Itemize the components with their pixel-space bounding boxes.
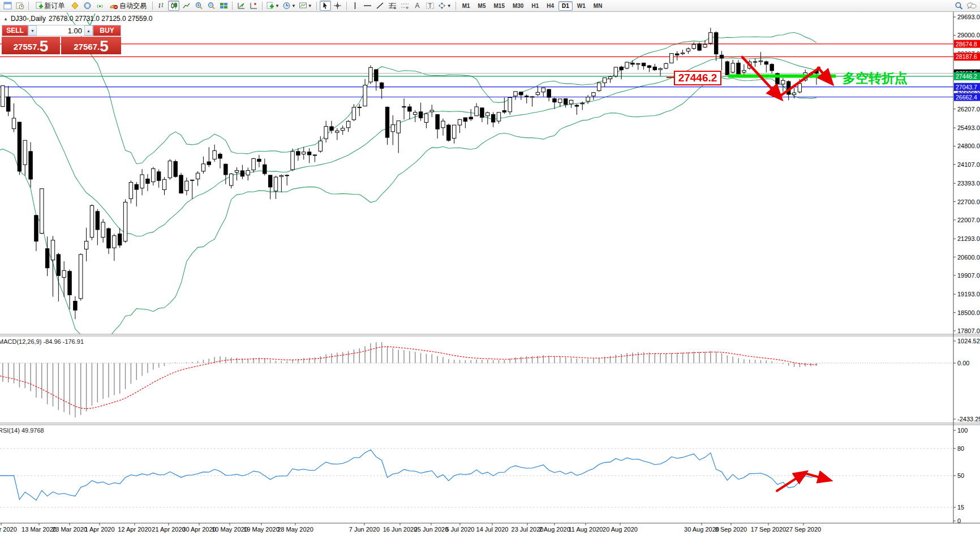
svg-text:19193.0: 19193.0 xyxy=(957,291,980,297)
svg-text:24800.0: 24800.0 xyxy=(957,143,980,149)
svg-text:0.00: 0.00 xyxy=(957,360,969,366)
svg-text:27043.7: 27043.7 xyxy=(956,84,977,90)
svg-text:25 Jun 2020: 25 Jun 2020 xyxy=(414,526,449,533)
svg-text:26207.0: 26207.0 xyxy=(957,106,980,113)
svg-text:26662.4: 26662.4 xyxy=(956,94,977,101)
svg-text:18500.0: 18500.0 xyxy=(957,309,980,316)
sell-price-pip: 5 xyxy=(40,39,49,54)
svg-text:16 Jun 2020: 16 Jun 2020 xyxy=(383,526,418,533)
svg-text:14 Jul 2020: 14 Jul 2020 xyxy=(476,526,509,533)
volume-up-button[interactable]: ▲ xyxy=(84,25,93,36)
svg-text:8 Sep 2020: 8 Sep 2020 xyxy=(715,526,747,533)
svg-text:80: 80 xyxy=(957,445,964,452)
sell-button[interactable]: SELL xyxy=(2,25,28,36)
svg-text:19 May 2020: 19 May 2020 xyxy=(243,526,280,533)
chart-canvas[interactable]: 29693.029000.028307.027614.026900.026207… xyxy=(0,0,980,535)
svg-text:1024.52: 1024.52 xyxy=(957,338,980,344)
symbol-bullet-icon: ▲ xyxy=(3,16,8,21)
svg-text:100: 100 xyxy=(957,427,968,434)
svg-text:13 Mar 2020: 13 Mar 2020 xyxy=(22,526,57,533)
svg-text:50: 50 xyxy=(957,472,964,479)
sell-price-display[interactable]: 27557.5 xyxy=(2,37,60,54)
pivot-point-annotation[interactable]: 多空转折点 xyxy=(843,70,908,87)
svg-text:17 Sep 2020: 17 Sep 2020 xyxy=(751,526,786,533)
svg-text:23 Mar 2020: 23 Mar 2020 xyxy=(52,526,87,533)
svg-text:7 Jun 2020: 7 Jun 2020 xyxy=(349,526,380,533)
svg-text:12 Apr 2020: 12 Apr 2020 xyxy=(118,526,151,533)
svg-text:24107.0: 24107.0 xyxy=(957,161,980,168)
svg-text:23393.0: 23393.0 xyxy=(957,180,980,187)
volume-stepper: ▼ ▲ xyxy=(28,25,93,36)
volume-down-button[interactable]: ▼ xyxy=(28,25,37,36)
svg-text:27446.2: 27446.2 xyxy=(956,73,977,80)
svg-text:25493.0: 25493.0 xyxy=(957,124,980,131)
svg-text:28674.8: 28674.8 xyxy=(956,41,977,48)
buy-price-pip: 5 xyxy=(100,39,109,54)
svg-text:20600.0: 20600.0 xyxy=(957,254,980,261)
svg-text:29000.0: 29000.0 xyxy=(957,32,980,38)
svg-text:29693.0: 29693.0 xyxy=(957,14,980,20)
svg-text:30 Aug 2020: 30 Aug 2020 xyxy=(684,526,719,533)
svg-text:11 Aug 2020: 11 Aug 2020 xyxy=(569,526,603,533)
one-click-trading-panel: SELL ▼ ▲ BUY 27557.5 27567.5 xyxy=(2,25,121,54)
svg-text:3 Mar 2020: 3 Mar 2020 xyxy=(0,526,17,533)
sell-price-main: 27557. xyxy=(14,40,40,54)
buy-price-display[interactable]: 27567.5 xyxy=(61,37,121,54)
chart-symbol-period: DJ30-,Daily xyxy=(11,15,46,23)
rsi-indicator-label: RSI(14) 49.9768 xyxy=(0,427,44,434)
support-price-callout[interactable]: 27446.2 xyxy=(674,71,721,85)
svg-text:22007.0: 22007.0 xyxy=(957,217,980,223)
svg-text:19907.0: 19907.0 xyxy=(957,272,980,279)
svg-text:28187.6: 28187.6 xyxy=(956,53,977,60)
volume-input[interactable] xyxy=(37,25,84,36)
svg-text:30 Apr 2020: 30 Apr 2020 xyxy=(182,526,216,533)
svg-text:21 Apr 2020: 21 Apr 2020 xyxy=(152,526,185,533)
svg-text:28 May 2020: 28 May 2020 xyxy=(277,526,313,533)
macd-indicator-label: MACD(12,26,9) -84.96 -176.91 xyxy=(0,338,84,345)
svg-text:5 Jul 2020: 5 Jul 2020 xyxy=(446,526,475,533)
svg-text:0: 0 xyxy=(957,517,961,524)
svg-text:22700.0: 22700.0 xyxy=(957,199,980,205)
buy-price-main: 27567. xyxy=(74,40,100,54)
svg-text:2 Aug 2020: 2 Aug 2020 xyxy=(539,526,570,533)
svg-text:1 Apr 2020: 1 Apr 2020 xyxy=(84,526,114,533)
svg-text:27 Sep 2020: 27 Sep 2020 xyxy=(786,526,821,533)
chart-ohlc-values: 27678.0 27731.0 27125.0 27559.0 xyxy=(49,15,153,23)
svg-text:17807.0: 17807.0 xyxy=(957,327,980,334)
svg-text:-2433.25: -2433.25 xyxy=(957,416,980,422)
chart-title: ▲ DJ30-,Daily 27678.0 27731.0 27125.0 27… xyxy=(3,15,152,23)
svg-text:10 May 2020: 10 May 2020 xyxy=(212,526,248,533)
svg-text:15: 15 xyxy=(957,504,964,511)
buy-button[interactable]: BUY xyxy=(93,25,121,36)
svg-text:21293.0: 21293.0 xyxy=(957,235,980,242)
mt-terminal-window: 新订单 自动交易 ▼ ▼ ▼ fE F A T ▼ xyxy=(0,0,980,535)
svg-text:20 Aug 2020: 20 Aug 2020 xyxy=(603,526,638,533)
